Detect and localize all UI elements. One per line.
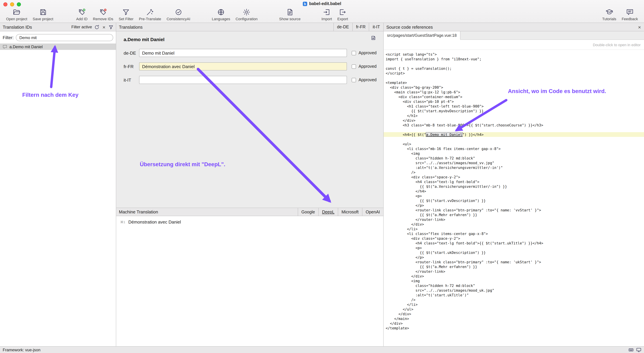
approved-checkbox[interactable] (352, 64, 356, 69)
toolbar-button-save-project[interactable]: Save project (30, 8, 56, 21)
engine-microsoft[interactable]: Microsoft (338, 208, 362, 216)
code-line: </div> (384, 321, 644, 326)
code-line: {{ $t("a.Mehr erfahren") }} (384, 264, 644, 269)
language-tab-de-de[interactable]: de-DE (333, 23, 352, 31)
code-line: src="../../assets/images/mood_vv.jpg" (384, 160, 644, 165)
approved-control: Approved (352, 64, 376, 69)
engine-label: DeepL (322, 210, 334, 214)
app-logo-icon: b (303, 2, 307, 6)
toolbar-button-open-project[interactable]: Open project (3, 8, 30, 21)
translation-id-item[interactable]: a.Demo mit Daniel (0, 44, 116, 50)
code-line: src="../../assets/images/mood_uk.jpg" (384, 288, 644, 293)
filter-input[interactable] (16, 34, 113, 41)
mt-suggestions: ⌘1Démonstration avec Daniel (116, 216, 383, 346)
code-line: </div> (384, 118, 644, 123)
configuration-icon (242, 8, 250, 16)
language-tab-fr-fr[interactable]: fr-FR (352, 23, 369, 31)
translation-input-fr-fr[interactable] (139, 62, 347, 71)
toolbar-button-configuration[interactable]: Configuration (233, 8, 260, 21)
code-line (384, 127, 644, 132)
code-line: </li> (384, 227, 644, 231)
toolbar-group-right: TutorialsFeedback (600, 8, 641, 21)
export-icon (339, 8, 347, 16)
code-line: <script setup lang="ts"> (384, 52, 644, 57)
toolbar-button-languages[interactable]: Languages (209, 8, 233, 21)
show-source-icon (286, 8, 294, 16)
toolbar-group: Add IDRemove IDsSet FilterPre-TranslateC… (74, 8, 193, 21)
approved-control: Approved (352, 78, 376, 82)
engine-deepl[interactable]: DeepL (318, 208, 338, 216)
close-panel-icon[interactable]: × (637, 25, 642, 30)
file-reference-bar: src/pages/start/GuestStartPage.vue:18 (384, 31, 644, 40)
open-project-icon (13, 8, 21, 16)
code-line: </h4> (384, 189, 644, 194)
languages-icon (217, 8, 225, 16)
translation-id-label: a.Demo mit Daniel (10, 44, 42, 49)
pre-translate-icon (146, 8, 154, 16)
code-line: </h1> (384, 113, 644, 118)
approved-checkbox[interactable] (352, 78, 356, 82)
code-line: </router-link> (384, 269, 644, 274)
entry-note-icon[interactable] (371, 36, 376, 42)
engine-openai[interactable]: OpenAI (362, 208, 383, 216)
toolbar-button-label: Languages (212, 17, 230, 21)
toolbar-button-consistencyai[interactable]: ConsistencyAI (164, 8, 193, 21)
approved-checkbox[interactable] (352, 51, 356, 55)
code-line: </div> (384, 222, 644, 227)
translation-input-it-it[interactable] (139, 76, 347, 84)
toolbar-button-show-source[interactable]: Show source (276, 8, 303, 21)
toolbar-button-remove-ids[interactable]: Remove IDs (90, 8, 116, 21)
language-tab-it-it[interactable]: it-IT (369, 23, 383, 31)
save-project-icon (39, 8, 47, 16)
toolbar-group: Show source (276, 8, 303, 21)
code-line: <div class="space-y-2"> (384, 236, 644, 241)
code-line: </template> (384, 326, 644, 330)
translations-panel: Translations de-DEfr-FRit-IT a.Demo mit … (116, 23, 384, 346)
toolbar-button-label: Save project (33, 17, 53, 21)
code-line: :alt="t('a.Versicherungsvermittler/-in')… (384, 165, 644, 170)
engine-google[interactable]: Google (298, 208, 318, 216)
display-icon[interactable] (636, 347, 641, 352)
code-line: <h4>{{ $t("a.Demo mit Daniel") }}</h4> (384, 132, 644, 137)
toolbar-button-label: Add ID (76, 17, 88, 21)
code-line: const { t } = useTranslation(); (384, 66, 644, 71)
toolbar: Open projectSave projectAdd IDRemove IDs… (0, 8, 644, 23)
mt-suggestion-text: Démonstration avec Daniel (128, 219, 181, 225)
approved-label: Approved (358, 78, 376, 82)
code-line: :alt="t('start.ukTitle')" (384, 293, 644, 297)
toolbar-button-tutorials[interactable]: Tutorials (600, 8, 619, 21)
code-line: <img (384, 278, 644, 283)
code-line: class="hidden h-72 md:block" (384, 156, 644, 160)
code-line: <h4 class="text-lg font-bold">{{ $t("sta… (384, 241, 644, 245)
clear-filter-icon[interactable]: × (102, 25, 106, 30)
toolbar-button-set-filter[interactable]: Set Filter (116, 8, 136, 21)
toolbar-button-pre-translate[interactable]: Pre-Translate (136, 8, 164, 21)
approved-control: Approved (352, 51, 376, 55)
toolbar-button-label: Export (337, 17, 348, 21)
toolbar-button-label: Pre-Translate (139, 17, 161, 21)
translation-input-de-de[interactable] (139, 49, 347, 57)
toolbar-group: LanguagesConfiguration (209, 8, 260, 21)
toolbar-button-add-id[interactable]: Add ID (74, 8, 90, 21)
code-line (384, 137, 644, 142)
refresh-icon[interactable] (94, 25, 99, 30)
filter-icon[interactable] (108, 25, 114, 30)
filter-row: Filter: (0, 31, 116, 44)
toolbar-button-label: Set Filter (119, 17, 134, 21)
filter-active-label: Filter active (72, 25, 92, 29)
machine-translation-title: Machine Translation (119, 209, 158, 214)
file-reference-tab[interactable]: src/pages/start/GuestStartPage.vue:18 (384, 31, 460, 40)
keyboard-icon[interactable] (628, 347, 634, 352)
highlighted-translation-key[interactable]: a.Demo mit Daniel (426, 133, 462, 137)
code-line (384, 61, 644, 66)
toolbar-button-import[interactable]: Import (319, 8, 335, 21)
code-line: /> (384, 170, 644, 175)
source-code-panel: Source code references × src/pages/start… (384, 23, 644, 346)
toolbar-button-label: Tutorials (602, 17, 616, 21)
window-title: b babel-edit.babel (0, 1, 644, 6)
toolbar-button-feedback[interactable]: Feedback (619, 8, 641, 21)
mt-suggestion[interactable]: ⌘1Démonstration avec Daniel (116, 218, 383, 226)
toolbar-button-export[interactable]: Export (335, 8, 351, 21)
translation-row-fr-fr: fr-FRApproved (124, 62, 376, 71)
code-line: class="hidden h-72 md:block" (384, 283, 644, 288)
